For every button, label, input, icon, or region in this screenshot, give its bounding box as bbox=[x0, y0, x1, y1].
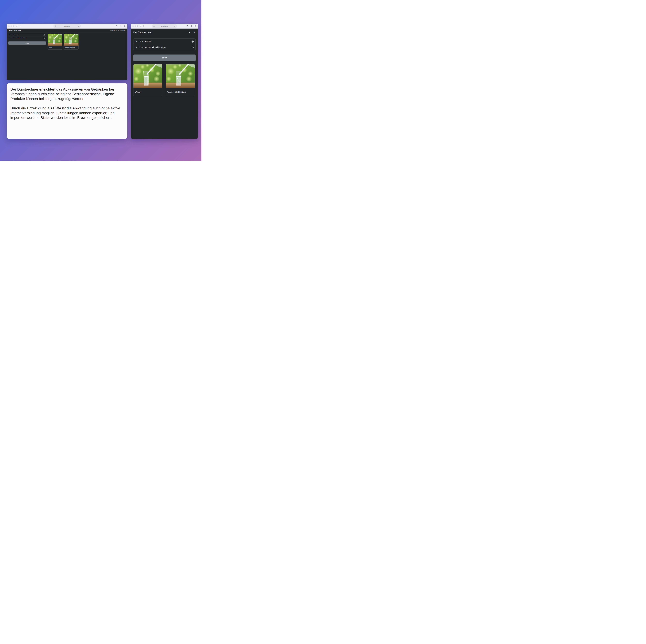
product-card-wasser-mit-kohlensaeure[interactable]: Wasser mit Kohlensäure bbox=[166, 64, 195, 96]
description-paragraph-1: Der Durstrechner erleichtert das Abkassi… bbox=[10, 87, 124, 101]
gear-icon: ⚙ bbox=[118, 30, 119, 31]
cart-qty: 1x bbox=[135, 40, 137, 42]
lock-icon bbox=[153, 25, 155, 27]
lock-icon bbox=[55, 25, 56, 27]
cart-name: Wasser bbox=[15, 34, 18, 36]
cart-qty: 3x bbox=[9, 34, 10, 36]
product-label: Wasser mit Kohlensäure bbox=[166, 88, 195, 96]
cart-name: Wasser bbox=[145, 40, 151, 42]
remove-item-button[interactable] bbox=[44, 37, 45, 39]
app-title: Der Durstrechner bbox=[133, 31, 151, 34]
browser-window-mobile: vercel.com Der Durstrechne bbox=[131, 24, 198, 139]
url-text: feuerwehr- bbox=[56, 25, 78, 27]
window-zoom-button[interactable] bbox=[136, 25, 138, 27]
cart-row: 1x 1,50 € Wasser bbox=[133, 39, 196, 44]
app-desktop: Der Durstrechner Tag / Nacht ⚙ Einstellu… bbox=[7, 28, 127, 80]
window-controls bbox=[8, 25, 14, 27]
new-tab-button[interactable] bbox=[191, 25, 192, 27]
app-header: Der Durstrechner Tag / Nacht ⚙ Einstellu… bbox=[7, 28, 127, 32]
cart-price: 1,50 € bbox=[11, 34, 14, 36]
cart-row: 1x 2,00 € Wasser mit Kohlensäure bbox=[8, 36, 46, 39]
product-card-wasser[interactable]: Wasser bbox=[47, 33, 62, 49]
cart-row: 3x 1,50 € Wasser bbox=[8, 34, 46, 36]
forward-button[interactable] bbox=[19, 25, 21, 27]
share-button[interactable] bbox=[187, 25, 189, 27]
product-card-wasser[interactable]: Wasser bbox=[133, 64, 163, 96]
window-zoom-button[interactable] bbox=[12, 25, 14, 27]
settings-label: Einstellungen bbox=[120, 30, 126, 31]
app-title: Der Durstrechner bbox=[8, 29, 21, 31]
cart-list: 3x 1,50 € Wasser 1x 2,00 € Wasser mit Ko… bbox=[8, 33, 46, 39]
window-minimize-button[interactable] bbox=[10, 25, 12, 27]
settings-button[interactable]: ⚙ bbox=[194, 31, 196, 33]
browser-toolbar: vercel.com bbox=[131, 24, 198, 28]
lightbulb-icon bbox=[189, 31, 191, 33]
address-bar[interactable]: vercel.com bbox=[152, 24, 177, 28]
reload-button[interactable] bbox=[78, 25, 80, 27]
cart-list: 1x 1,50 € Wasser 1x 2,00 € Wasser mit Ko… bbox=[133, 38, 196, 50]
tab-overview-button[interactable] bbox=[195, 25, 197, 27]
minus-circle-icon bbox=[44, 37, 45, 39]
minus-circle-icon bbox=[44, 34, 45, 36]
window-minimize-button[interactable] bbox=[134, 25, 136, 27]
remove-item-button[interactable] bbox=[44, 34, 45, 36]
cart-name: Wasser mit Kohlensäure bbox=[15, 37, 27, 38]
description-card: Der Durstrechner erleichtert das Abkassi… bbox=[7, 84, 127, 139]
product-card-wasser-mit-kohlensaeure[interactable]: Wasser mit Kohlensäure bbox=[64, 33, 79, 49]
product-image-water bbox=[48, 34, 62, 45]
cart-price: 2,00 € bbox=[11, 37, 14, 38]
gear-icon: ⚙ bbox=[194, 31, 196, 33]
address-bar[interactable]: feuerwehr- bbox=[53, 24, 81, 28]
product-image-water bbox=[166, 64, 195, 88]
cart-row: 1x 2,00 € Wasser mit Kohlensäure bbox=[133, 44, 196, 50]
desktop-background: feuerwehr- Der Durstrechner bbox=[0, 0, 201, 161]
total-button[interactable]: 6,50 € bbox=[8, 41, 46, 44]
share-button[interactable] bbox=[116, 25, 118, 27]
day-night-toggle[interactable]: Tag / Nacht bbox=[110, 30, 116, 31]
product-label: Wasser bbox=[48, 45, 62, 49]
reload-button[interactable] bbox=[174, 25, 176, 27]
window-close-button[interactable] bbox=[8, 25, 10, 27]
browser-window-desktop: feuerwehr- Der Durstrechner bbox=[7, 24, 127, 80]
cart-qty: 1x bbox=[9, 37, 10, 38]
total-button[interactable]: 3,50 € bbox=[133, 54, 196, 61]
lightbulb-icon bbox=[110, 30, 111, 31]
product-label: Wasser mit Kohlensäure bbox=[64, 45, 79, 49]
product-image-water bbox=[133, 64, 162, 88]
day-night-label: Tag / Nacht bbox=[111, 30, 116, 31]
product-grid: Wasser Wasser mit Kohlensäure bbox=[47, 33, 79, 49]
url-text: vercel.com bbox=[155, 25, 174, 27]
remove-item-button[interactable] bbox=[192, 46, 194, 48]
day-night-toggle[interactable] bbox=[189, 31, 191, 33]
window-close-button[interactable] bbox=[132, 25, 134, 27]
remove-item-button[interactable] bbox=[192, 40, 194, 43]
cart-qty: 1x bbox=[135, 46, 137, 48]
app-header: Der Durstrechner ⚙ bbox=[133, 31, 196, 34]
back-button[interactable] bbox=[140, 25, 141, 27]
cart-name: Wasser mit Kohlensäure bbox=[145, 46, 166, 48]
product-image-water bbox=[64, 34, 79, 45]
cart-price: 1,50 € bbox=[139, 40, 143, 42]
back-button[interactable] bbox=[16, 25, 17, 27]
new-tab-button[interactable] bbox=[120, 25, 122, 27]
window-controls bbox=[132, 25, 138, 27]
browser-toolbar: feuerwehr- bbox=[7, 24, 127, 28]
settings-button[interactable]: ⚙ Einstellungen bbox=[118, 30, 126, 31]
tab-overview-button[interactable] bbox=[124, 25, 126, 27]
minus-circle-icon bbox=[192, 40, 194, 43]
description-paragraph-2: Durch die Entwicklung als PWA ist die An… bbox=[10, 106, 124, 120]
product-grid: Wasser Wasser mit Kohlensäure bbox=[133, 64, 196, 96]
product-label: Wasser bbox=[133, 88, 162, 96]
app-mobile: Der Durstrechner ⚙ 1x 1,50 € Wa bbox=[131, 28, 198, 139]
minus-circle-icon bbox=[192, 46, 194, 48]
cart-price: 2,00 € bbox=[139, 46, 143, 48]
forward-button[interactable] bbox=[143, 25, 144, 27]
